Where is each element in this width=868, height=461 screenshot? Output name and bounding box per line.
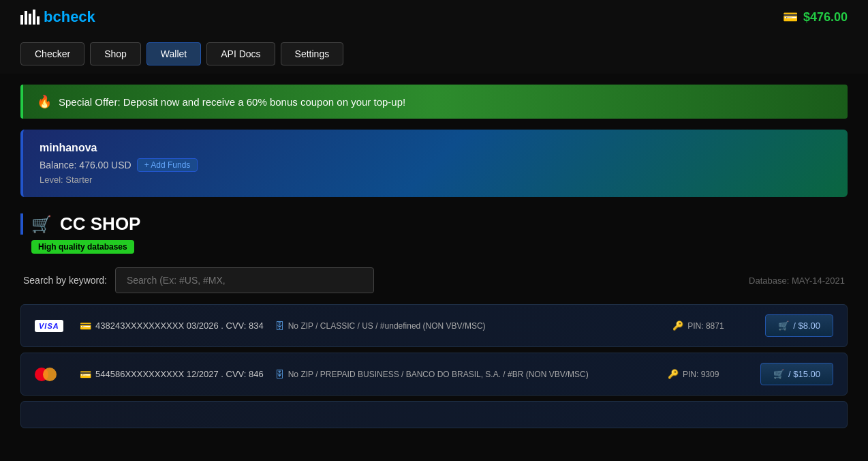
navbar: Checker Shop Wallet API Docs Settings (0, 34, 868, 74)
logo-text: bcheck (44, 8, 95, 26)
nav-settings[interactable]: Settings (281, 42, 344, 65)
mastercard-logo-icon (35, 368, 57, 381)
buy-button-2[interactable]: 🛒 / $15.00 (760, 363, 833, 385)
username: minhanova (40, 142, 831, 154)
cart-buy-icon-2: 🛒 (773, 369, 784, 379)
logo: bcheck (20, 8, 95, 26)
quality-badge: High quality databases (31, 240, 134, 254)
user-balance: Balance: 476.00 USD + Add Funds (40, 158, 831, 172)
bar4 (33, 10, 35, 25)
bar1 (20, 15, 23, 25)
logo-bars-icon (20, 10, 40, 25)
user-level: Level: Starter (40, 175, 831, 185)
shop-header: 🛒 CC SHOP (20, 213, 848, 235)
card-number-1: 💳 438243XXXXXXXXXX 03/2026 . CVV: 834 (80, 321, 264, 331)
card-number-2: 💳 544586XXXXXXXXXX 12/2027 . CVV: 846 (80, 369, 264, 380)
key-icon-2: 🔑 (668, 369, 679, 379)
fire-icon: 🔥 (37, 94, 52, 109)
card-brand-mc (35, 368, 69, 381)
key-icon-1: 🔑 (672, 321, 683, 331)
card-entry-1: VISA 💳 438243XXXXXXXXXX 03/2026 . CVV: 8… (20, 304, 848, 347)
database-icon-2: 🗄 (275, 369, 284, 380)
bar5 (37, 16, 40, 25)
visa-logo-icon: VISA (35, 320, 63, 332)
search-area: Search by keyword: Database: MAY-14-2021 (20, 267, 848, 293)
bar2 (25, 11, 27, 25)
header: bcheck 💳 $476.00 (0, 0, 868, 34)
credit-card-icon-2: 💳 (80, 369, 91, 380)
credit-card-icon-1: 💳 (80, 321, 91, 331)
card-entry-partial (20, 401, 848, 428)
card-entry-2: 💳 544586XXXXXXXXXX 12/2027 . CVV: 846 🗄 … (20, 353, 848, 396)
offer-text: Special Offer: Deposit now and receive a… (59, 96, 405, 108)
search-left: Search by keyword: (23, 267, 374, 293)
card-brand-visa: VISA (35, 320, 69, 332)
nav-checker[interactable]: Checker (20, 42, 84, 65)
wallet-header-icon: 💳 (783, 10, 798, 25)
buy-button-1[interactable]: 🛒 / $8.00 (765, 314, 833, 337)
card-pin-2: 🔑 PIN: 9309 (668, 369, 749, 379)
card-info-1: 🗄 No ZIP / CLASSIC / US / #undefined (NO… (275, 321, 662, 331)
search-input[interactable] (115, 267, 374, 293)
cart-buy-icon-1: 🛒 (778, 321, 789, 331)
offer-banner: 🔥 Special Offer: Deposit now and receive… (20, 85, 848, 119)
nav-wallet[interactable]: Wallet (146, 42, 201, 65)
quality-badge-container: High quality databases (20, 240, 848, 267)
card-info-2: 🗄 No ZIP / PREPAID BUSINESS / BANCO DO B… (275, 369, 657, 380)
database-label: Database: MAY-14-2021 (749, 276, 845, 286)
user-card: minhanova Balance: 476.00 USD + Add Fund… (20, 130, 848, 197)
shop-title: CC SHOP (60, 213, 140, 235)
nav-shop[interactable]: Shop (90, 42, 141, 65)
card-pin-1: 🔑 PIN: 8871 (672, 321, 754, 331)
search-label: Search by keyword: (23, 275, 107, 286)
balance-amount: $476.00 (803, 10, 848, 25)
wallet-balance: 💳 $476.00 (783, 10, 848, 25)
nav-apidocs[interactable]: API Docs (206, 42, 275, 65)
shop-cart-icon: 🛒 (31, 215, 52, 234)
add-funds-button[interactable]: + Add Funds (137, 158, 198, 172)
bar3 (29, 14, 31, 25)
main-content: 🔥 Special Offer: Deposit now and receive… (0, 74, 868, 445)
database-icon-1: 🗄 (275, 321, 284, 331)
